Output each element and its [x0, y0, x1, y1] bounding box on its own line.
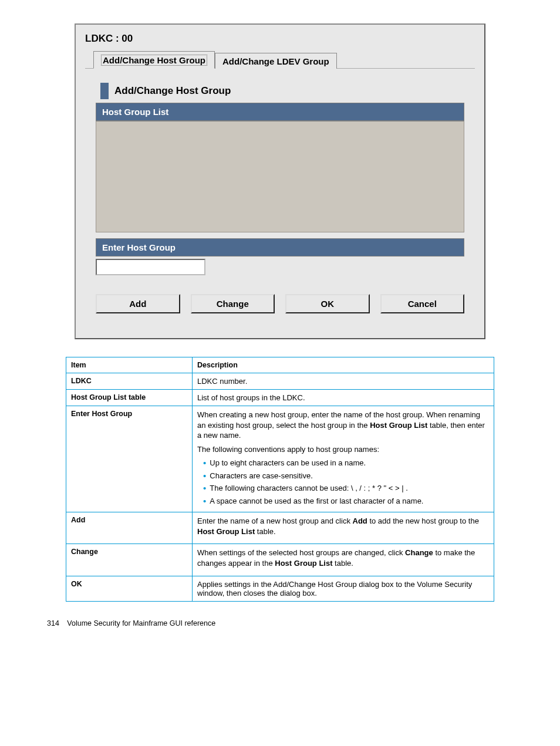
button-row: Add Change OK Cancel — [96, 294, 464, 313]
item-ok: OK — [66, 576, 193, 601]
list-item: •Up to eight characters can be used in a… — [203, 458, 489, 468]
hostgroup-input[interactable] — [96, 259, 205, 275]
list-item: •Characters are case-sensitive. — [203, 471, 489, 481]
ldkc-title: LDKC : 00 — [85, 33, 475, 45]
section-marker-icon — [100, 83, 109, 99]
tab-ldevgroup[interactable]: Add/Change LDEV Group — [215, 53, 337, 69]
desc-add: Enter the name of a new host group and c… — [193, 512, 494, 544]
change-button[interactable]: Change — [191, 294, 275, 313]
bullet-icon: • — [203, 483, 206, 493]
bullet-icon: • — [203, 471, 206, 481]
desc-hglist: List of host groups in the LDKC. — [193, 390, 494, 406]
hostgroup-list-label: Host Group List — [96, 103, 464, 121]
section-title: Add/Change Host Group — [114, 85, 231, 97]
add-button[interactable]: Add — [96, 294, 180, 313]
footer-title: Volume Security for Mainframe GUI refere… — [67, 619, 215, 627]
table-row: Change When settings of the selected hos… — [66, 544, 494, 576]
tab-hostgroup[interactable]: Add/Change Host Group — [93, 51, 215, 69]
desc-change: When settings of the selected host group… — [193, 544, 494, 576]
tab-bar: Add/Change Host Group Add/Change LDEV Gr… — [93, 50, 475, 68]
hostgroup-list-table[interactable] — [96, 121, 464, 232]
table-header-row: Item Description — [66, 357, 494, 373]
tab-hostgroup-label: Add/Change Host Group — [101, 55, 207, 66]
table-row: Add Enter the name of a new host group a… — [66, 512, 494, 544]
description-table: Item Description LDKC LDKC number. Host … — [66, 357, 494, 602]
item-enterhg: Enter Host Group — [66, 406, 193, 512]
enter-hostgroup-label: Enter Host Group — [96, 238, 464, 256]
desc-ldkc: LDKC number. — [193, 373, 494, 390]
desc-ok: Applies settings in the Add/Change Host … — [193, 576, 494, 601]
page-number: 314 — [47, 619, 59, 627]
table-row: LDKC LDKC number. — [66, 373, 494, 390]
item-ldkc: LDKC — [66, 373, 193, 390]
header-desc: Description — [193, 357, 494, 373]
bullet-icon: • — [203, 458, 206, 468]
list-item: •The following characters cannot be used… — [203, 483, 489, 494]
tab-ldevgroup-label: Add/Change LDEV Group — [222, 56, 329, 66]
header-item: Item — [66, 357, 193, 373]
item-hglist: Host Group List table — [66, 390, 193, 406]
table-row: Host Group List table List of host group… — [66, 390, 494, 406]
item-change: Change — [66, 544, 193, 576]
table-row: OK Applies settings in the Add/Change Ho… — [66, 576, 494, 601]
bullet-icon: • — [203, 496, 206, 506]
cancel-button[interactable]: Cancel — [380, 294, 465, 313]
desc-enterhg: When creating a new host group, enter th… — [193, 406, 494, 512]
page-footer: 314 Volume Security for Mainframe GUI re… — [35, 619, 525, 627]
item-add: Add — [66, 512, 193, 544]
section-header: Add/Change Host Group — [100, 83, 475, 99]
list-item: •A space cannot be used as the first or … — [203, 496, 489, 507]
table-row: Enter Host Group When creating a new hos… — [66, 406, 494, 512]
tab-content: Add/Change Host Group Host Group List En… — [85, 68, 475, 324]
dialog-window: LDKC : 00 Add/Change Host Group Add/Chan… — [75, 23, 485, 339]
ok-button[interactable]: OK — [285, 294, 370, 313]
